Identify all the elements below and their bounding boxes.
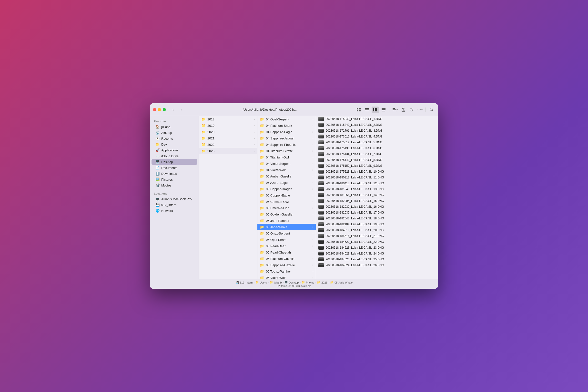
back-button[interactable]: ‹ — [170, 106, 176, 113]
folder-icon: 📁 — [260, 276, 264, 279]
file-item[interactable]: 20230518-184623_Leica-LEICA SL_25.DNG — [316, 256, 438, 262]
folder-item[interactable]: 📁05 Jade-Panther› — [257, 218, 316, 224]
close-button[interactable] — [153, 108, 156, 111]
file-item[interactable]: 20230518-184624_Leica-LEICA SL_26.DNG — [316, 262, 438, 268]
folder-item[interactable]: 📁04 Opal-Serpent› — [257, 116, 316, 122]
year-item-2019[interactable]: 📁2019› — [199, 122, 257, 129]
folder-item[interactable]: 📁04 Titanium-Owl› — [257, 154, 316, 160]
icon-view-button[interactable] — [355, 106, 362, 113]
forward-button[interactable]: › — [178, 106, 184, 113]
folder-item[interactable]: 📁04 Sapphire-Phoenix› — [257, 142, 316, 148]
file-item[interactable]: 20230518-175152_Leica-LEICA SL_9.DNG — [316, 163, 438, 169]
folder-icon: 📁 — [260, 155, 264, 159]
folder-item[interactable]: 📁05 Copper-Eagle› — [257, 192, 316, 198]
chevron-icon: › — [313, 226, 313, 228]
sidebar-item-documents[interactable]: 📄Documents — [152, 165, 197, 171]
folder-item[interactable]: 📁04 Violet-Serpent› — [257, 160, 316, 167]
folder-item[interactable]: 📁05 Pearl-Bear› — [257, 243, 316, 249]
folder-item[interactable]: 📁05 Jade-Whale› — [257, 224, 316, 230]
file-item[interactable]: 20230518-172701_Leica-LEICA SL_3.DNG — [316, 128, 438, 134]
group-by-button[interactable]: ▾ — [391, 106, 399, 113]
file-item[interactable]: 20230518-184616_Leica-LEICA SL_20.DNG — [316, 227, 438, 233]
folder-item[interactable]: 📁05 Onyx-Serpent› — [257, 230, 316, 236]
file-name: 20230518-181948_Leica-LEICA SL_13.DNG — [326, 188, 384, 191]
file-item[interactable]: 20230518-181956_Leica-LEICA SL_14.DNG — [316, 192, 438, 198]
year-label: 2020 — [207, 130, 252, 134]
finder-window: ‹ › /Users/julianb/Desktop/Photos/2023/.… — [150, 103, 438, 289]
file-item[interactable]: 20230518-115843_Leica-LEICA SL_1.DNG — [316, 116, 438, 122]
chevron-icon: › — [313, 264, 313, 266]
folder-item[interactable]: 📁04 Sapphire-Eagle› — [257, 129, 316, 135]
file-icon — [319, 246, 324, 250]
sidebar-item-recents[interactable]: 🕐Recents — [152, 136, 197, 142]
folder-item[interactable]: 📁05 Platinum-Gazelle› — [257, 256, 316, 262]
folder-icon: 📁 — [260, 117, 264, 121]
file-item[interactable]: 20230518-180317_Leica-LEICA SL_11.DNG — [316, 174, 438, 180]
file-item[interactable]: 20230518-182032_Leica-LEICA SL_16.DNG — [316, 204, 438, 210]
main-content: Favorites 🏠julianb📡AirDrop🕐Recents📁Dev🚀A… — [150, 116, 438, 279]
sidebar-item-dev[interactable]: 📁Dev — [152, 142, 197, 147]
sidebar-item-pictures[interactable]: 🖼️Pictures — [152, 176, 197, 182]
folder-item[interactable]: 📁05 Sapphire-Gazelle› — [257, 262, 316, 268]
locations-section-label: Locations — [150, 190, 199, 196]
folder-item[interactable]: 📁05 Azure-Eagle› — [257, 180, 316, 186]
folder-item[interactable]: 📁05 Amber-Gazelle› — [257, 173, 316, 180]
list-view-button[interactable] — [363, 106, 371, 113]
year-item-2023[interactable]: 📁2023› — [199, 148, 257, 154]
file-icon — [319, 263, 324, 267]
folder-item[interactable]: 📁05 Violet-Wolf› — [257, 274, 316, 279]
sidebar-item-icloud-drive[interactable]: ☁️iCloud Drive — [152, 153, 197, 159]
sidebar-item-macbook[interactable]: 💻Julian's MacBook Pro — [152, 196, 197, 202]
sidebar-item-movies[interactable]: 📽️Movies — [152, 182, 197, 188]
file-item[interactable]: 20230518-182035_Leica-LEICA SL_17.DNG — [316, 210, 438, 216]
file-item[interactable]: 20230518-181948_Leica-LEICA SL_13.DNG — [316, 186, 438, 192]
more-button[interactable]: ··· ▾ — [416, 106, 424, 113]
sidebar-item-applications[interactable]: 🚀Applications — [152, 147, 197, 153]
folder-item[interactable]: 📁05 Copper-Dragon› — [257, 186, 316, 192]
folder-item[interactable]: 📁05 Crimson-Owl› — [257, 198, 316, 205]
file-item[interactable]: 20230518-115849_Leica-LEICA SL_2.DNG — [316, 122, 438, 128]
file-item[interactable]: 20230518-180418_Leica-LEICA SL_12.DNG — [316, 180, 438, 186]
fullscreen-button[interactable] — [163, 108, 166, 111]
file-item[interactable]: 20230518-182043_Leica-LEICA SL_18.DNG — [316, 216, 438, 221]
column-view-button[interactable] — [372, 106, 379, 113]
year-item-2020[interactable]: 📁2020› — [199, 129, 257, 135]
year-item-2022[interactable]: 📁2022› — [199, 142, 257, 148]
folder-item[interactable]: 📁05 Emerald-Lion› — [257, 205, 316, 211]
sidebar-item-julianb[interactable]: 🏠julianb — [152, 124, 197, 130]
search-button[interactable] — [428, 106, 435, 113]
folder-item[interactable]: 📁04 Sapphire-Jaguar› — [257, 135, 316, 142]
folder-item[interactable]: 📁05 Topaz-Panther› — [257, 268, 316, 274]
chevron-icon: › — [313, 270, 313, 273]
file-item[interactable]: 20230518-175012_Leica-LEICA SL_5.DNG — [316, 140, 438, 145]
tag-button[interactable] — [408, 106, 415, 113]
folder-item[interactable]: 📁05 Opal-Shark› — [257, 236, 316, 243]
sidebar-item-downloads[interactable]: ⬇️Downloads — [152, 171, 197, 176]
sidebar-item-512intern[interactable]: 💾512_Intern — [152, 202, 197, 208]
year-item-2018[interactable]: 📁2018› — [199, 116, 257, 122]
file-item[interactable]: 20230518-184620_Leica-LEICA SL_22.DNG — [316, 239, 438, 245]
folder-item[interactable]: 📁04 Titanium-Giraffe› — [257, 148, 316, 154]
file-item[interactable]: 20230518-175142_Leica-LEICA SL_8.DNG — [316, 157, 438, 163]
folder-item[interactable]: 📁04 Platinum-Shark› — [257, 122, 316, 129]
chevron-icon: › — [313, 175, 313, 178]
folder-item[interactable]: 📁04 Violet-Wolf› — [257, 167, 316, 173]
folder-item[interactable]: 📁05 Golden-Gazelle› — [257, 211, 316, 218]
file-item[interactable]: 20230518-175130_Leica-LEICA SL_6.DNG — [316, 145, 438, 151]
folder-item[interactable]: 📁05 Pearl-Cheetah› — [257, 249, 316, 256]
file-item[interactable]: 20230518-175223_Leica-LEICA SL_10.DNG — [316, 169, 438, 174]
share-button[interactable] — [400, 106, 407, 113]
file-item[interactable]: 20230518-182104_Leica-LEICA SL_19.DNG — [316, 221, 438, 227]
minimize-button[interactable] — [158, 108, 161, 111]
file-item[interactable]: 20230518-175134_Leica-LEICA SL_7.DNG — [316, 151, 438, 157]
file-item[interactable]: 20230518-184623_Leica-LEICA SL_23.DNG — [316, 245, 438, 250]
file-item[interactable]: 20230518-184616_Leica-LEICA SL_21.DNG — [316, 233, 438, 239]
file-item[interactable]: 20230518-173516_Leica-LEICA SL_4.DNG — [316, 134, 438, 140]
sidebar-item-network[interactable]: 🌐Network — [152, 208, 197, 214]
gallery-view-button[interactable] — [380, 106, 387, 113]
file-item[interactable]: 20230518-182004_Leica-LEICA SL_15.DNG — [316, 198, 438, 204]
sidebar-item-desktop[interactable]: 🖥️Desktop — [152, 159, 197, 165]
year-item-2021[interactable]: 📁2021› — [199, 135, 257, 142]
sidebar-item-airdrop[interactable]: 📡AirDrop — [152, 130, 197, 136]
file-item[interactable]: 20230518-184623_Leica-LEICA SL_24.DNG — [316, 250, 438, 256]
